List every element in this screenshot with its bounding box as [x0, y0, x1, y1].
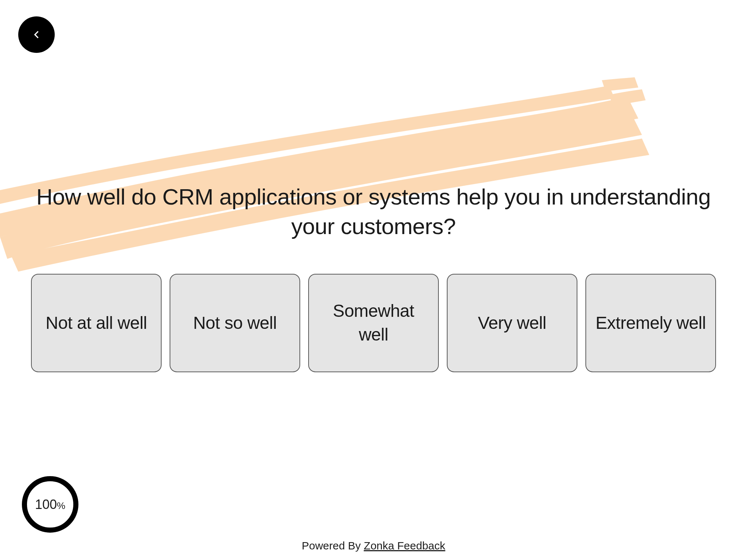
option-label: Not so well	[193, 311, 276, 335]
option-label: Extremely well	[596, 311, 706, 335]
options-row: Not at all well Not so well Somewhat wel…	[31, 274, 716, 372]
option-extremely-well[interactable]: Extremely well	[585, 274, 716, 372]
footer-prefix: Powered By	[302, 540, 364, 552]
option-label: Somewhat well	[316, 299, 431, 347]
option-not-at-all-well[interactable]: Not at all well	[31, 274, 162, 372]
option-label: Very well	[478, 311, 546, 335]
option-somewhat-well[interactable]: Somewhat well	[308, 274, 439, 372]
option-not-so-well[interactable]: Not so well	[170, 274, 300, 372]
chevron-left-icon	[29, 27, 44, 42]
option-very-well[interactable]: Very well	[447, 274, 577, 372]
progress-indicator: 100%	[22, 476, 78, 533]
footer: Powered By Zonka Feedback	[0, 540, 747, 552]
footer-brand-link[interactable]: Zonka Feedback	[364, 540, 445, 552]
question-container: How well do CRM applications or systems …	[0, 182, 747, 372]
option-label: Not at all well	[46, 311, 147, 335]
question-text: How well do CRM applications or systems …	[31, 182, 716, 241]
progress-value: 100%	[35, 497, 65, 512]
back-button[interactable]	[18, 16, 55, 53]
